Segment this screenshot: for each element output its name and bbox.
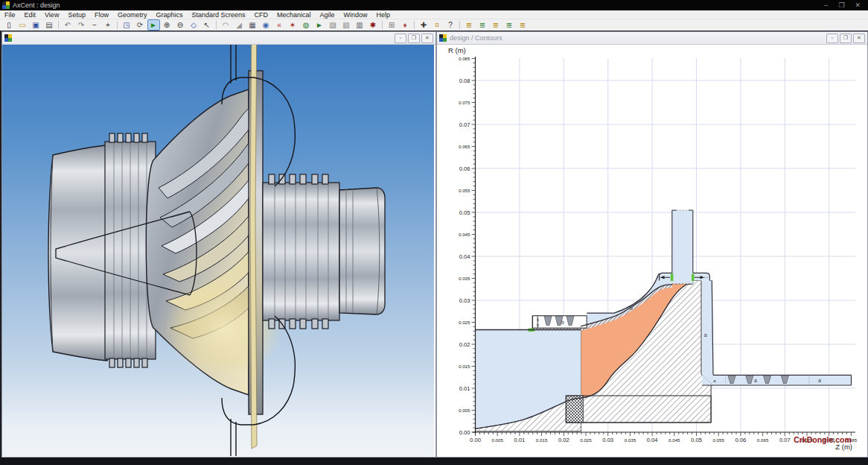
svg-text:0.005: 0.005 [459,408,470,413]
toolbar-print-button[interactable]: ▤ [43,19,56,31]
region-label-b: b [537,323,539,327]
toolbar-surface-view-button[interactable]: ▨ [327,19,339,31]
svg-text:0.015: 0.015 [536,437,548,443]
svg-text:0.035: 0.035 [625,437,636,443]
toolbar-highlight-button[interactable]: ¤ [431,19,444,31]
region-label-b: b [537,317,539,322]
window-title: AxCent : design [13,1,824,9]
panel-contours-header[interactable]: design / Contours ▫ ❒ ✕ [437,32,867,45]
toolbar-screen-list-5-button[interactable]: ≣ [517,19,529,31]
toolbar-mesh-view-button[interactable]: ▧ [340,19,353,31]
toolbar-globe-view-button[interactable]: ◍ [300,19,313,31]
toolbar-separator [382,21,383,29]
svg-text:0.02: 0.02 [558,437,569,443]
blade-sliver [250,45,257,449]
toolbar-screen-list-1-button[interactable]: ≣ [463,19,476,31]
menu-help[interactable]: Help [372,11,395,19]
svg-text:0.065: 0.065 [757,437,769,443]
toolbar-help-button[interactable]: ? [444,19,457,31]
toolbar-angles-button[interactable]: « [273,19,286,31]
svg-text:0.03: 0.03 [602,437,613,443]
menu-agile[interactable]: Agile [316,11,339,19]
toolbar-burst-tool-button[interactable]: ✱ [367,19,380,31]
restore-button[interactable]: ❒ [838,1,844,9]
toolbar-render-view-button[interactable]: ◉ [260,19,272,31]
svg-text:0.055: 0.055 [712,437,724,443]
svg-text:0.045: 0.045 [459,232,470,237]
toolbar-export-run-button[interactable]: ► [313,19,326,31]
menu-mechanical[interactable]: Mechanical [272,11,316,19]
toolbar-mechanical-tool-button[interactable]: ✶ [287,19,299,31]
toolbar-zoom-in-button[interactable]: ⊕ [161,19,173,31]
panel-3d-header[interactable]: ▫ ❒ ✕ [2,32,435,45]
toolbar-separator [459,21,460,29]
menu-bar: FileEditViewSetupFlowGeometryGraphicsSta… [0,10,868,19]
menu-window[interactable]: Window [339,11,372,19]
toolbar-screen-list-4-button[interactable]: ≣ [503,19,516,31]
toolbar-clip-tool-button[interactable]: ⊞ [386,19,398,31]
green-marker-right [692,274,695,282]
menu-graphics[interactable]: Graphics [151,11,187,19]
toolbar-new-button[interactable]: ▯ [3,19,16,31]
toolbar-zoom-plus-button[interactable]: + [102,19,115,31]
toolbar-redo-button[interactable]: ↷ [75,19,88,31]
panel-3d-icon [4,34,12,42]
toolbar-pick-button[interactable]: ↖ [201,19,214,31]
toolbar-select-region-button[interactable]: ◳ [121,19,133,31]
toolbar-separator [58,21,59,29]
toolbar-zoom-minus-button[interactable]: − [89,19,101,31]
toolbar-open-button[interactable]: ▭ [16,19,29,31]
toolbar-screen-list-2-button[interactable]: ≣ [476,19,489,31]
svg-text:0.005: 0.005 [491,437,503,443]
svg-text:0.01: 0.01 [514,437,526,443]
toolbar-undo-button[interactable]: ↶ [62,19,74,31]
region-label-a: a [754,378,757,383]
svg-text:0.07: 0.07 [459,121,470,128]
toolbar-zoom-out-button[interactable]: ⊖ [174,19,187,31]
panel-3d-minimize-button[interactable]: ▫ [395,34,406,43]
menu-geometry[interactable]: Geometry [113,11,152,19]
toolbar-table-view-button[interactable]: ▥ [354,19,366,31]
menu-cfd[interactable]: CFD [250,11,273,19]
svg-text:0.04: 0.04 [647,437,658,443]
toolbar-screen-list-3-button[interactable]: ≣ [490,19,502,31]
panel-contours-minimize-button[interactable]: ▫ [826,34,838,43]
title-bar: AxCent : design – ❒ ✕ [0,0,868,10]
svg-text:0.00: 0.00 [470,437,481,443]
inlet-pipe [48,145,107,361]
menu-view[interactable]: View [40,11,63,19]
svg-text:0.06: 0.06 [459,165,470,172]
panel-contours-close-button[interactable]: ✕ [853,34,865,43]
close-button[interactable]: ✕ [855,1,861,9]
panel-contours-restore-button[interactable]: ❒ [840,34,852,43]
panel-3d-view: ▫ ❒ ✕ [1,31,436,458]
contour-plot[interactable]: 0.000.0050.010.0150.020.0250.030.0350.04… [437,45,866,456]
minimize-button[interactable]: – [824,1,828,9]
svg-text:0.055: 0.055 [459,188,470,193]
menu-flow[interactable]: Flow [90,11,113,19]
impeller-3d-viewport[interactable] [2,45,434,456]
svg-text:0.01: 0.01 [459,385,470,392]
toolbar-grid-view-button[interactable]: ▦ [246,19,259,31]
toolbar-annotate-button[interactable]: ✚ [418,19,430,31]
toolbar-orbit-button[interactable]: ⟳ [134,19,147,31]
menu-edit[interactable]: Edit [20,11,41,19]
toolbar-pan-button[interactable]: ► [147,19,160,31]
panel-3d-close-button[interactable]: ✕ [421,34,433,43]
panel-3d-restore-button[interactable]: ❒ [408,34,420,43]
menu-file[interactable]: File [0,11,20,19]
watermark: CrkDongle.com [794,435,852,444]
toolbar-zoom-fit-button[interactable]: ◇ [188,19,200,31]
svg-text:0.02: 0.02 [459,341,470,348]
shaft-seal-ring-right [263,174,339,329]
toolbar-curve-tool-button[interactable]: ◠ [220,19,232,31]
svg-text:0.05: 0.05 [691,437,702,443]
toolbar-save-button[interactable]: ▣ [30,19,42,31]
menu-setup[interactable]: Setup [63,11,90,19]
svg-text:0.025: 0.025 [580,437,592,443]
toolbar-gem-tool-button[interactable]: ♦ [399,19,412,31]
svg-text:0.065: 0.065 [459,144,470,149]
toolbar-sketch-tool-button[interactable]: ◢ [233,19,246,31]
menu-standard-screens[interactable]: Standard Screens [187,11,249,19]
green-marker-left [671,274,674,282]
